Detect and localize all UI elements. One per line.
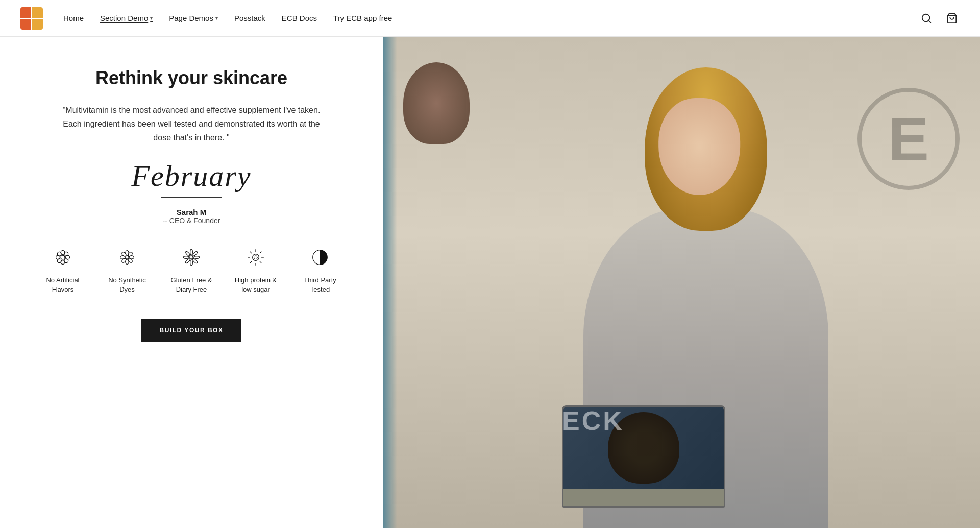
person-face bbox=[658, 98, 740, 195]
cart-button[interactable] bbox=[944, 11, 960, 26]
wall-logo: E bbox=[857, 88, 960, 190]
svg-point-9 bbox=[64, 258, 68, 262]
svg-point-21 bbox=[190, 255, 193, 258]
logo-cell-2 bbox=[32, 7, 43, 18]
svg-point-30 bbox=[253, 254, 259, 260]
author-title: -- CEO & Founder bbox=[163, 217, 220, 225]
feature-icon-no-synthetic-dyes bbox=[115, 245, 139, 270]
svg-point-23 bbox=[190, 259, 193, 265]
nav-item-page-demos[interactable]: Page Demos ▾ bbox=[169, 14, 218, 22]
window-light bbox=[383, 37, 397, 528]
feature-no-artificial-flavors: No Artificial Flavors bbox=[40, 245, 86, 294]
svg-line-38 bbox=[260, 251, 261, 253]
chevron-down-icon-2: ▾ bbox=[215, 15, 218, 21]
quote-text: "Multivitamin is the most advanced and e… bbox=[59, 103, 324, 145]
feature-gluten-free: Gluten Free & Diary Free bbox=[168, 245, 214, 294]
logo-cell-4 bbox=[32, 19, 43, 30]
feature-label-gluten-free: Gluten Free & Diary Free bbox=[168, 276, 214, 294]
svg-line-39 bbox=[250, 261, 252, 263]
svg-point-28 bbox=[192, 251, 198, 256]
nav-item-section-demo[interactable]: Section Demo ▾ bbox=[100, 14, 153, 22]
svg-point-22 bbox=[190, 249, 193, 255]
signature: February bbox=[131, 161, 251, 191]
nav-item-posstack[interactable]: Posstack bbox=[234, 14, 265, 23]
logo-cell-3 bbox=[20, 19, 31, 30]
logo-cell-1 bbox=[20, 7, 31, 18]
flower1-icon bbox=[53, 248, 72, 267]
nav-item-ecb-docs[interactable]: ECB Docs bbox=[282, 14, 317, 23]
feature-label-no-artificial-flavors: No Artificial Flavors bbox=[40, 276, 86, 294]
feature-label-high-protein: High protein & low sugar bbox=[233, 276, 279, 294]
nav-link-try-ecb[interactable]: Try ECB app free bbox=[333, 14, 392, 22]
hero-photo: E ECK bbox=[383, 37, 980, 528]
headline: Rethink your skincare bbox=[95, 67, 287, 89]
feature-icon-third-party-tested bbox=[308, 245, 332, 270]
svg-point-8 bbox=[57, 252, 61, 256]
build-your-box-button[interactable]: BUILD YOUR BOX bbox=[141, 319, 242, 342]
nav-link-page-demos[interactable]: Page Demos ▾ bbox=[169, 14, 218, 22]
background-person bbox=[403, 62, 470, 144]
wall-logo-letter: E bbox=[888, 104, 929, 174]
svg-point-11 bbox=[64, 252, 68, 256]
svg-point-10 bbox=[57, 258, 61, 262]
nav-link-posstack[interactable]: Posstack bbox=[234, 14, 265, 22]
nav-item-try-ecb[interactable]: Try ECB app free bbox=[333, 14, 392, 23]
left-panel: Rethink your skincare "Multivitamin is t… bbox=[0, 37, 383, 528]
eck-text: ECK bbox=[562, 405, 624, 436]
flower2-icon bbox=[117, 248, 137, 267]
search-button[interactable] bbox=[919, 11, 934, 26]
half-circle-icon bbox=[310, 248, 330, 267]
svg-point-27 bbox=[192, 258, 198, 263]
svg-point-3 bbox=[61, 255, 65, 259]
svg-point-12 bbox=[126, 255, 129, 258]
svg-line-36 bbox=[250, 251, 252, 253]
nav-link-ecb-docs[interactable]: ECB Docs bbox=[282, 14, 317, 22]
feature-icon-high-protein bbox=[243, 245, 268, 270]
main-content: Rethink your skincare "Multivitamin is t… bbox=[0, 37, 980, 528]
feature-icon-gluten-free bbox=[179, 245, 204, 270]
svg-point-25 bbox=[194, 256, 200, 258]
cart-icon bbox=[946, 13, 958, 24]
svg-point-24 bbox=[183, 256, 189, 258]
feature-high-protein: High protein & low sugar bbox=[233, 245, 279, 294]
nav-icons bbox=[919, 11, 960, 26]
svg-line-37 bbox=[260, 261, 261, 263]
svg-point-29 bbox=[185, 258, 190, 263]
feature-third-party-tested: Third Party Tested bbox=[297, 245, 343, 294]
feature-label-third-party-tested: Third Party Tested bbox=[297, 276, 343, 294]
svg-point-31 bbox=[254, 255, 257, 258]
nav-links: Home Section Demo ▾ Page Demos ▾ Posstac… bbox=[63, 14, 919, 23]
chevron-down-icon: ▾ bbox=[150, 15, 153, 21]
nav-link-home[interactable]: Home bbox=[63, 14, 84, 22]
signature-underline bbox=[161, 197, 222, 198]
logo-grid bbox=[20, 7, 43, 30]
feature-label-no-synthetic-dyes: No Synthetic Dyes bbox=[104, 276, 150, 294]
svg-point-26 bbox=[185, 251, 190, 256]
nav-link-section-demo[interactable]: Section Demo ▾ bbox=[100, 14, 153, 22]
logo[interactable] bbox=[20, 7, 43, 30]
nav-item-home[interactable]: Home bbox=[63, 14, 84, 23]
flower3-icon bbox=[182, 248, 201, 267]
navbar: Home Section Demo ▾ Page Demos ▾ Posstac… bbox=[0, 0, 980, 37]
author-name: Sarah M bbox=[177, 208, 206, 217]
right-panel: E ECK bbox=[383, 37, 980, 528]
feature-no-synthetic-dyes: No Synthetic Dyes bbox=[104, 245, 150, 294]
feature-icon-no-artificial-flavors bbox=[51, 245, 75, 270]
search-icon bbox=[921, 13, 932, 24]
features-row: No Artificial Flavors bbox=[40, 245, 343, 294]
sun-icon bbox=[246, 248, 265, 267]
svg-line-1 bbox=[928, 20, 930, 22]
